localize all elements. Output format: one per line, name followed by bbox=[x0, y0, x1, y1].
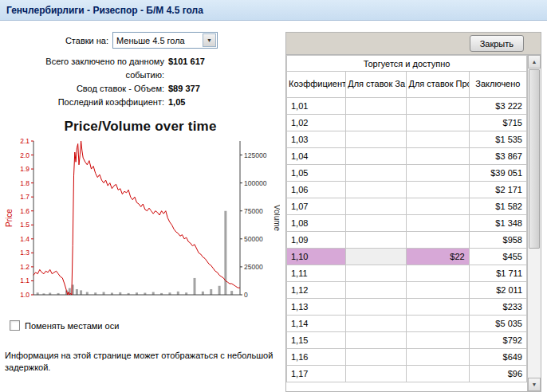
scrollbar-track[interactable] bbox=[528, 69, 541, 378]
column-header: Заключено bbox=[469, 72, 526, 98]
volume-label: Свод ставок - Объем: bbox=[5, 82, 164, 96]
coefficient-cell: 1,10 bbox=[287, 249, 346, 265]
total-matched-value: $101 617 bbox=[168, 55, 205, 69]
chart-title: Price/Volume over time bbox=[5, 119, 276, 135]
lay-odds-cell[interactable] bbox=[407, 349, 469, 366]
swap-axes-checkbox[interactable] bbox=[10, 320, 20, 331]
coefficient-cell: 1,09 bbox=[287, 232, 346, 249]
svg-text:1.5: 1.5 bbox=[20, 221, 30, 229]
table-row: 1,15$792 bbox=[287, 332, 527, 349]
matched-cell: $1 348 bbox=[469, 215, 526, 232]
scroll-down-button[interactable]: ▼ bbox=[528, 378, 541, 391]
lay-odds-cell[interactable] bbox=[407, 182, 469, 198]
lay-odds-cell[interactable] bbox=[407, 366, 469, 382]
lay-odds-cell[interactable] bbox=[407, 316, 469, 332]
close-bar: Закрыть bbox=[286, 33, 541, 55]
svg-text:1.9: 1.9 bbox=[20, 165, 30, 173]
coefficient-cell: 1,13 bbox=[287, 299, 346, 316]
lay-odds-cell[interactable] bbox=[407, 148, 469, 165]
lay-odds-cell[interactable] bbox=[407, 98, 469, 115]
back-odds-cell[interactable] bbox=[346, 349, 407, 366]
bet-on-label: Ставки на: bbox=[5, 36, 108, 45]
scrollbar-thumb[interactable] bbox=[529, 69, 540, 249]
svg-text:2.0: 2.0 bbox=[20, 151, 30, 159]
back-odds-cell[interactable] bbox=[346, 148, 407, 165]
svg-text:1.3: 1.3 bbox=[20, 249, 30, 257]
svg-text:1.8: 1.8 bbox=[20, 179, 30, 187]
lay-odds-cell[interactable]: $22 bbox=[407, 249, 469, 265]
coefficient-cell: 1,06 bbox=[287, 182, 346, 198]
lay-odds-cell[interactable] bbox=[407, 299, 469, 316]
last-odds-label: Последний коэффициент: bbox=[5, 96, 164, 109]
back-odds-cell[interactable] bbox=[346, 98, 407, 115]
coefficient-cell: 1,15 bbox=[287, 332, 346, 349]
market-summary-panel: Ставки на: Меньше 4.5 гола ▼ Всего заклю… bbox=[5, 27, 282, 374]
back-odds-cell[interactable] bbox=[346, 182, 407, 198]
lay-odds-cell[interactable] bbox=[407, 131, 469, 148]
volume-value: $89 377 bbox=[168, 82, 200, 96]
matched-cell: $958 bbox=[469, 232, 526, 249]
back-odds-cell[interactable] bbox=[346, 198, 407, 215]
matched-cell: $3 867 bbox=[469, 148, 526, 165]
svg-text:1.4: 1.4 bbox=[20, 235, 30, 243]
table-column-headers: КоэффициентДля ставок ЗаДля ставок Проти… bbox=[287, 72, 527, 98]
total-matched-label: Всего заключено по данному событию: bbox=[5, 55, 164, 82]
back-odds-cell[interactable] bbox=[346, 299, 407, 316]
table-scrollbar[interactable]: ▲ ▼ bbox=[527, 55, 541, 391]
column-header: Для ставок Против bbox=[407, 72, 469, 98]
table-row: 1,05$39 051 bbox=[287, 165, 527, 182]
lay-odds-cell[interactable] bbox=[407, 232, 469, 249]
lay-odds-cell[interactable] bbox=[407, 215, 469, 232]
back-odds-cell[interactable] bbox=[346, 332, 407, 349]
table-row: 1,08$1 348 bbox=[287, 215, 527, 232]
back-odds-cell[interactable] bbox=[346, 232, 407, 249]
matched-cell: $715 bbox=[469, 115, 526, 131]
back-odds-cell[interactable] bbox=[346, 265, 407, 282]
back-odds-cell[interactable] bbox=[346, 215, 407, 232]
coefficient-cell: 1,08 bbox=[287, 215, 346, 232]
delay-disclaimer: Информация на этой странице может отобра… bbox=[5, 350, 281, 374]
table-row: 1,11$1 711 bbox=[287, 265, 527, 282]
odds-table-wrap: Торгуется и доступно КоэффициентДля став… bbox=[286, 55, 527, 391]
coefficient-cell: 1,07 bbox=[287, 198, 346, 215]
coefficient-cell: 1,17 bbox=[287, 366, 346, 382]
svg-text:1.6: 1.6 bbox=[20, 207, 30, 215]
table-row: 1,14$5 035 bbox=[287, 316, 527, 332]
table-row: 1,10$22$455 bbox=[287, 249, 527, 265]
lay-odds-cell[interactable] bbox=[407, 332, 469, 349]
chevron-down-icon[interactable]: ▼ bbox=[203, 33, 216, 47]
svg-text:Volume: Volume bbox=[273, 205, 280, 232]
matched-cell: $455 bbox=[469, 249, 526, 265]
lay-odds-cell[interactable] bbox=[407, 282, 469, 299]
svg-text:125000: 125000 bbox=[244, 151, 267, 159]
close-button[interactable]: Закрыть bbox=[470, 35, 524, 52]
back-odds-cell[interactable] bbox=[346, 131, 407, 148]
back-odds-cell[interactable] bbox=[346, 366, 407, 382]
page-title: Генчлербирлиги - Ризеспор - Б/М 4.5 гола bbox=[0, 0, 547, 21]
svg-text:2.1: 2.1 bbox=[20, 137, 30, 145]
table-row: 1,02$715 bbox=[287, 115, 527, 131]
last-odds-value: 1,05 bbox=[168, 96, 185, 109]
matched-cell: $96 bbox=[469, 366, 526, 382]
lay-odds-cell[interactable] bbox=[407, 115, 469, 131]
table-row: 1,09$958 bbox=[287, 232, 527, 249]
lay-odds-cell[interactable] bbox=[407, 265, 469, 282]
lay-odds-cell[interactable] bbox=[407, 198, 469, 215]
scroll-up-button[interactable]: ▲ bbox=[528, 55, 541, 69]
svg-text:100000: 100000 bbox=[244, 179, 267, 187]
table-row: 1,06$2 171 bbox=[287, 182, 527, 198]
table-row: 1,16$649 bbox=[287, 349, 527, 366]
bet-on-select[interactable]: Меньше 4.5 гола ▼ bbox=[112, 32, 218, 49]
lay-odds-cell[interactable] bbox=[407, 165, 469, 182]
table-row: 1,04$3 867 bbox=[287, 148, 527, 165]
matched-cell: $1 582 bbox=[469, 198, 526, 215]
back-odds-cell[interactable] bbox=[346, 115, 407, 131]
back-odds-cell[interactable] bbox=[346, 165, 407, 182]
back-odds-cell[interactable] bbox=[346, 282, 407, 299]
back-odds-cell[interactable] bbox=[346, 249, 407, 265]
bet-on-selected-value: Меньше 4.5 гола bbox=[116, 36, 185, 45]
matched-cell: $39 051 bbox=[469, 165, 526, 182]
back-odds-cell[interactable] bbox=[346, 316, 407, 332]
svg-text:1.0: 1.0 bbox=[20, 291, 30, 299]
column-header: Для ставок За bbox=[346, 72, 407, 98]
